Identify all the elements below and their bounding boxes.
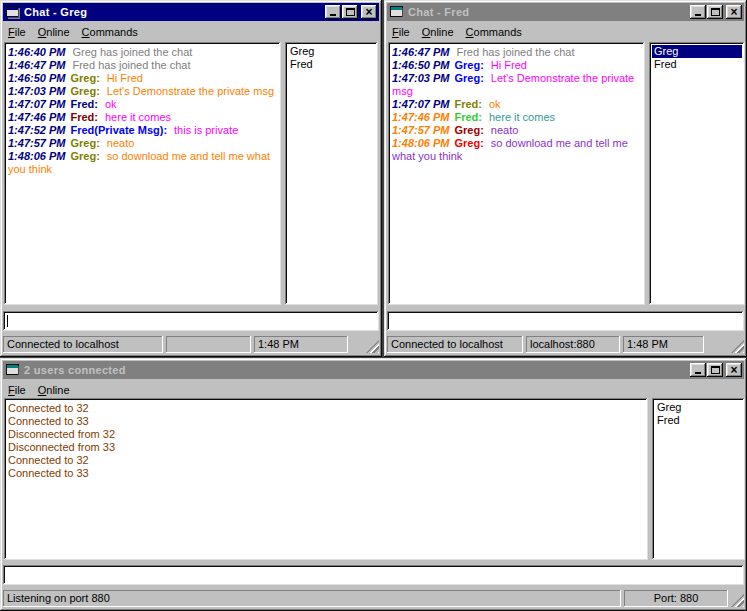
status-bar: Connected to localhost1:48 PM <box>2 334 380 355</box>
status-panel <box>166 336 251 353</box>
menu-online[interactable]: Online <box>32 23 76 39</box>
menu-bar: FileOnline <box>0 379 747 398</box>
title-bar[interactable]: Chat - Fred × <box>387 3 744 21</box>
chat-message: 1:46:50 PMGreg:Hi Fred <box>8 72 277 85</box>
maximize-icon <box>711 8 720 16</box>
close-icon: × <box>730 365 737 375</box>
user-list: GregFred <box>285 42 378 305</box>
log-line: Connected to 33 <box>8 467 644 480</box>
chat-message: 1:47:03 PMGreg:Let's Demonstrate the pri… <box>8 85 277 98</box>
user-list-item-greg[interactable]: Greg <box>652 45 742 58</box>
status-panel: 1:48 PM <box>623 336 704 353</box>
minimize-icon <box>695 14 701 16</box>
window-chat-fred: Chat - Fred × FileOnlineCommands 1:46:47… <box>384 0 747 357</box>
window-title: 2 users connected <box>24 364 689 376</box>
menu-file[interactable]: File <box>2 23 32 39</box>
window-chat-greg: Chat - Greg × FileOnlineCommands 1:46:40… <box>0 0 382 357</box>
chat-message: 1:47:07 PMFred:ok <box>392 98 641 111</box>
minimize-icon <box>330 14 336 16</box>
log-line: Connected to 32 <box>8 402 644 415</box>
message-input[interactable] <box>3 311 379 331</box>
minimize-icon <box>695 372 701 374</box>
chat-message: 1:47:07 PMFred:ok <box>8 98 277 111</box>
maximize-icon <box>346 8 355 16</box>
chat-message: 1:47:52 PMFred(Private Msg):this is priv… <box>8 124 277 137</box>
close-icon: × <box>730 7 737 17</box>
maximize-button[interactable] <box>707 363 723 377</box>
app-form-icon <box>5 4 21 20</box>
maximize-icon <box>711 366 720 374</box>
status-panel: Port: 880 <box>624 590 728 607</box>
minimize-button[interactable] <box>690 363 706 377</box>
chat-message: 1:47:03 PMGreg:Let's Demonstrate the pri… <box>392 72 641 98</box>
title-bar[interactable]: 2 users connected × <box>3 361 744 379</box>
chat-message: 1:46:47 PMFred has joined the chat <box>392 46 641 59</box>
chat-message: 1:48:06 PMGreg:so download me and tell m… <box>392 137 641 163</box>
text-caret <box>7 315 8 327</box>
status-panel: Listening on port 880 <box>3 590 621 607</box>
menu-bar: FileOnlineCommands <box>0 21 382 40</box>
connection-log: Connected to 32Connected to 33Disconnect… <box>4 398 648 560</box>
message-input[interactable] <box>387 311 744 331</box>
menu-file[interactable]: File <box>2 381 32 397</box>
status-panel: Connected to localhost <box>387 336 523 353</box>
menu-online[interactable]: Online <box>32 381 76 397</box>
chat-message: 1:47:46 PMFred:here it comes <box>8 111 277 124</box>
log-line: Disconnected from 32 <box>8 428 644 441</box>
log-line: Connected to 33 <box>8 415 644 428</box>
menu-file[interactable]: File <box>386 23 416 39</box>
resize-grip[interactable] <box>366 340 379 353</box>
resize-grip[interactable] <box>731 340 744 353</box>
log-line: Disconnected from 33 <box>8 441 644 454</box>
status-panel: 1:48 PM <box>254 336 348 353</box>
chat-history: 1:46:40 PMGreg has joined the chat1:46:4… <box>4 42 281 305</box>
maximize-button[interactable] <box>707 5 723 19</box>
chat-message: 1:46:50 PMGreg:Hi Fred <box>392 59 641 72</box>
chat-message: 1:48:06 PMGreg:so download me and tell m… <box>8 150 277 176</box>
status-bar: Connected to localhostlocalhost:8801:48 … <box>386 334 745 355</box>
close-button[interactable]: × <box>361 5 377 19</box>
chat-message: 1:47:57 PMGreg:neato <box>392 124 641 137</box>
user-list: GregFred <box>649 42 745 305</box>
log-line: Connected to 32 <box>8 454 644 467</box>
user-list-item-fred[interactable]: Fred <box>653 58 741 71</box>
close-button[interactable]: × <box>726 5 742 19</box>
window-server: 2 users connected × FileOnline Connected… <box>0 358 747 611</box>
chat-message: 1:47:57 PMGreg:neato <box>8 137 277 150</box>
window-title: Chat - Greg <box>24 6 324 18</box>
menu-commands[interactable]: Commands <box>76 23 144 39</box>
app-form-icon <box>389 4 405 20</box>
maximize-button[interactable] <box>342 5 358 19</box>
chat-message: 1:47:46 PMFred:here it comes <box>392 111 641 124</box>
window-title: Chat - Fred <box>408 6 689 18</box>
minimize-button[interactable] <box>325 5 341 19</box>
message-input[interactable] <box>3 565 744 585</box>
user-list-item-greg[interactable]: Greg <box>656 401 741 414</box>
close-button[interactable]: × <box>726 363 742 377</box>
minimize-button[interactable] <box>690 5 706 19</box>
app-form-icon <box>5 362 21 378</box>
chat-history: 1:46:47 PMFred has joined the chat1:46:5… <box>388 42 645 305</box>
user-list: GregFred <box>652 398 745 560</box>
status-panel: localhost:880 <box>526 336 620 353</box>
close-icon: × <box>365 7 372 17</box>
user-list-item-greg[interactable]: Greg <box>289 45 374 58</box>
user-list-item-fred[interactable]: Fred <box>289 58 374 71</box>
status-panel: Connected to localhost <box>3 336 163 353</box>
chat-message: 1:46:40 PMGreg has joined the chat <box>8 46 277 59</box>
user-list-item-fred[interactable]: Fred <box>656 414 741 427</box>
chat-message: 1:46:47 PMFred has joined the chat <box>8 59 277 72</box>
menu-bar: FileOnlineCommands <box>384 21 747 40</box>
status-bar: Listening on port 880Port: 880 <box>2 588 745 609</box>
resize-grip[interactable] <box>731 594 744 607</box>
menu-commands[interactable]: Commands <box>460 23 528 39</box>
menu-online[interactable]: Online <box>416 23 460 39</box>
title-bar[interactable]: Chat - Greg × <box>3 3 379 21</box>
